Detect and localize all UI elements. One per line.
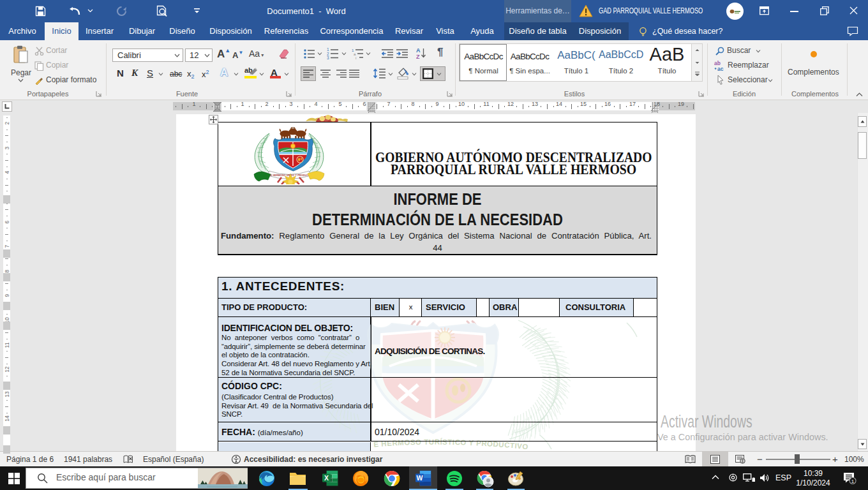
svg-text:Z: Z [416, 54, 420, 59]
svg-text:i: i [355, 56, 356, 59]
svg-text:ac: ac [717, 66, 724, 71]
svg-text:1: 1 [851, 479, 855, 484]
svg-text:3: 3 [327, 56, 329, 60]
svg-text:W: W [417, 474, 423, 482]
svg-text:VALLE HERMOSO UNIDO Y PRODUCT: VALLE HERMOSO UNIDO Y PRODUCTIVO [264, 174, 314, 177]
svg-text:A: A [416, 47, 421, 54]
svg-text:X: X [324, 474, 329, 482]
